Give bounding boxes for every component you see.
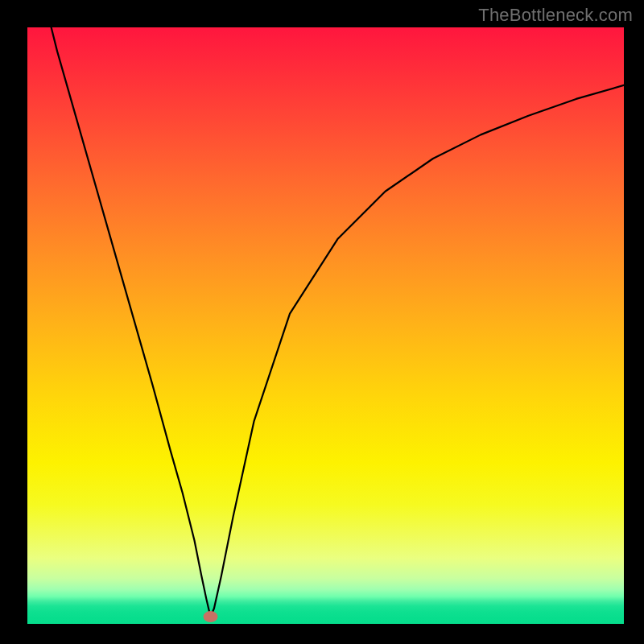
chart-stage: TheBottleneck.com [0, 0, 644, 644]
curve-layer [27, 27, 624, 624]
minimum-marker-icon [203, 611, 217, 622]
bottleneck-curve [39, 27, 624, 617]
plot-area [27, 27, 624, 624]
watermark-label: TheBottleneck.com [478, 5, 633, 26]
